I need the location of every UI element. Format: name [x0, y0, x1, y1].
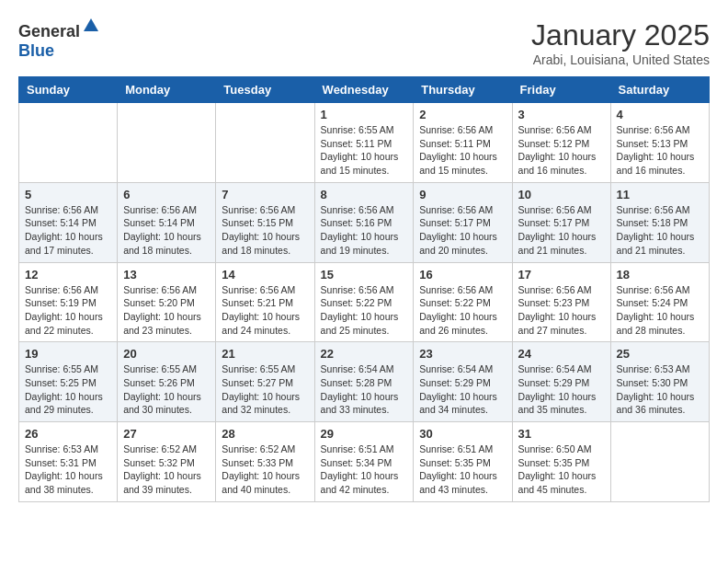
- day-number: 14: [222, 268, 308, 282]
- calendar-cell: 20Sunrise: 6:55 AMSunset: 5:26 PMDayligh…: [118, 342, 216, 422]
- logo: General Blue: [18, 18, 102, 61]
- day-info: Sunrise: 6:56 AMSunset: 5:23 PMDaylight:…: [518, 283, 605, 338]
- day-info: Sunrise: 6:55 AMSunset: 5:11 PMDaylight:…: [321, 123, 408, 178]
- calendar-cell: 23Sunrise: 6:54 AMSunset: 5:29 PMDayligh…: [414, 342, 512, 422]
- day-info: Sunrise: 6:56 AMSunset: 5:15 PMDaylight:…: [222, 203, 308, 258]
- day-info: Sunrise: 6:52 AMSunset: 5:33 PMDaylight:…: [222, 442, 308, 497]
- calendar-header-sunday: Sunday: [19, 77, 118, 103]
- calendar-cell: 12Sunrise: 6:56 AMSunset: 5:19 PMDayligh…: [19, 262, 118, 342]
- logo-icon: [82, 17, 100, 35]
- day-info: Sunrise: 6:56 AMSunset: 5:22 PMDaylight:…: [419, 283, 506, 338]
- day-info: Sunrise: 6:56 AMSunset: 5:14 PMDaylight:…: [25, 203, 111, 258]
- calendar-cell: [216, 103, 314, 183]
- calendar-cell: 26Sunrise: 6:53 AMSunset: 5:31 PMDayligh…: [19, 422, 118, 502]
- calendar-cell: 15Sunrise: 6:56 AMSunset: 5:22 PMDayligh…: [314, 262, 414, 342]
- calendar-cell: 28Sunrise: 6:52 AMSunset: 5:33 PMDayligh…: [216, 422, 314, 502]
- calendar-cell: 5Sunrise: 6:56 AMSunset: 5:14 PMDaylight…: [19, 182, 118, 262]
- calendar-cell: 30Sunrise: 6:51 AMSunset: 5:35 PMDayligh…: [414, 422, 512, 502]
- calendar-cell: 16Sunrise: 6:56 AMSunset: 5:22 PMDayligh…: [414, 262, 512, 342]
- day-info: Sunrise: 6:56 AMSunset: 5:18 PMDaylight:…: [617, 203, 703, 258]
- day-number: 23: [419, 347, 506, 361]
- day-number: 17: [518, 268, 605, 282]
- calendar-cell: 9Sunrise: 6:56 AMSunset: 5:17 PMDaylight…: [414, 182, 512, 262]
- calendar-cell: 27Sunrise: 6:52 AMSunset: 5:32 PMDayligh…: [118, 422, 216, 502]
- calendar-cell: 29Sunrise: 6:51 AMSunset: 5:34 PMDayligh…: [314, 422, 414, 502]
- day-number: 21: [222, 347, 308, 361]
- day-info: Sunrise: 6:56 AMSunset: 5:16 PMDaylight:…: [321, 203, 408, 258]
- calendar-cell: 31Sunrise: 6:50 AMSunset: 5:35 PMDayligh…: [512, 422, 610, 502]
- day-info: Sunrise: 6:56 AMSunset: 5:19 PMDaylight:…: [25, 283, 111, 338]
- day-number: 30: [419, 427, 506, 441]
- day-info: Sunrise: 6:56 AMSunset: 5:24 PMDaylight:…: [617, 283, 703, 338]
- calendar-cell: [19, 103, 118, 183]
- day-info: Sunrise: 6:54 AMSunset: 5:29 PMDaylight:…: [518, 362, 605, 417]
- week-row-4: 19Sunrise: 6:55 AMSunset: 5:25 PMDayligh…: [19, 342, 710, 422]
- day-number: 13: [123, 268, 210, 282]
- day-info: Sunrise: 6:55 AMSunset: 5:25 PMDaylight:…: [25, 362, 111, 417]
- calendar-header-monday: Monday: [118, 77, 216, 103]
- calendar-cell: 21Sunrise: 6:55 AMSunset: 5:27 PMDayligh…: [216, 342, 314, 422]
- day-info: Sunrise: 6:53 AMSunset: 5:30 PMDaylight:…: [617, 362, 703, 417]
- day-info: Sunrise: 6:53 AMSunset: 5:31 PMDaylight:…: [25, 442, 111, 497]
- day-number: 16: [419, 268, 506, 282]
- day-number: 6: [123, 188, 210, 201]
- day-info: Sunrise: 6:55 AMSunset: 5:27 PMDaylight:…: [222, 362, 308, 417]
- day-info: Sunrise: 6:56 AMSunset: 5:13 PMDaylight:…: [617, 123, 703, 178]
- calendar-header-wednesday: Wednesday: [314, 77, 414, 103]
- title-section: January 2025 Arabi, Louisiana, United St…: [531, 18, 710, 67]
- day-number: 20: [123, 347, 210, 361]
- day-number: 2: [419, 108, 506, 121]
- day-info: Sunrise: 6:55 AMSunset: 5:26 PMDaylight:…: [123, 362, 210, 417]
- day-number: 5: [25, 188, 111, 201]
- svg-marker-0: [84, 18, 98, 31]
- calendar-cell: 19Sunrise: 6:55 AMSunset: 5:25 PMDayligh…: [19, 342, 118, 422]
- day-number: 22: [321, 347, 408, 361]
- day-info: Sunrise: 6:56 AMSunset: 5:14 PMDaylight:…: [123, 203, 210, 258]
- page-header: General Blue January 2025 Arabi, Louisia…: [18, 18, 710, 67]
- calendar-cell: [118, 103, 216, 183]
- calendar-cell: 18Sunrise: 6:56 AMSunset: 5:24 PMDayligh…: [610, 262, 709, 342]
- day-number: 9: [419, 188, 506, 201]
- day-number: 15: [321, 268, 408, 282]
- logo-text: General Blue: [18, 18, 102, 61]
- day-info: Sunrise: 6:56 AMSunset: 5:20 PMDaylight:…: [123, 283, 210, 338]
- day-number: 4: [617, 108, 703, 121]
- day-number: 29: [321, 427, 408, 441]
- calendar-cell: 4Sunrise: 6:56 AMSunset: 5:13 PMDaylight…: [610, 103, 709, 183]
- day-info: Sunrise: 6:50 AMSunset: 5:35 PMDaylight:…: [518, 442, 605, 497]
- month-title: January 2025: [531, 18, 710, 52]
- calendar-cell: 6Sunrise: 6:56 AMSunset: 5:14 PMDaylight…: [118, 182, 216, 262]
- week-row-1: 1Sunrise: 6:55 AMSunset: 5:11 PMDaylight…: [19, 103, 710, 183]
- calendar-cell: 14Sunrise: 6:56 AMSunset: 5:21 PMDayligh…: [216, 262, 314, 342]
- calendar-cell: 8Sunrise: 6:56 AMSunset: 5:16 PMDaylight…: [314, 182, 414, 262]
- day-number: 31: [518, 427, 605, 441]
- week-row-2: 5Sunrise: 6:56 AMSunset: 5:14 PMDaylight…: [19, 182, 710, 262]
- day-info: Sunrise: 6:56 AMSunset: 5:11 PMDaylight:…: [419, 123, 506, 178]
- calendar-cell: 13Sunrise: 6:56 AMSunset: 5:20 PMDayligh…: [118, 262, 216, 342]
- day-info: Sunrise: 6:56 AMSunset: 5:12 PMDaylight:…: [518, 123, 605, 178]
- calendar-header-row: SundayMondayTuesdayWednesdayThursdayFrid…: [19, 77, 710, 103]
- calendar-table: SundayMondayTuesdayWednesdayThursdayFrid…: [18, 76, 710, 502]
- day-number: 19: [25, 347, 111, 361]
- day-number: 10: [518, 188, 605, 201]
- calendar-header-thursday: Thursday: [414, 77, 512, 103]
- day-number: 7: [222, 188, 308, 201]
- calendar-cell: 17Sunrise: 6:56 AMSunset: 5:23 PMDayligh…: [512, 262, 610, 342]
- day-info: Sunrise: 6:56 AMSunset: 5:17 PMDaylight:…: [518, 203, 605, 258]
- day-number: 12: [25, 268, 111, 282]
- week-row-5: 26Sunrise: 6:53 AMSunset: 5:31 PMDayligh…: [19, 422, 710, 502]
- location-title: Arabi, Louisiana, United States: [531, 52, 710, 67]
- day-number: 28: [222, 427, 308, 441]
- calendar-cell: 25Sunrise: 6:53 AMSunset: 5:30 PMDayligh…: [610, 342, 709, 422]
- calendar-cell: 2Sunrise: 6:56 AMSunset: 5:11 PMDaylight…: [414, 103, 512, 183]
- calendar-cell: 24Sunrise: 6:54 AMSunset: 5:29 PMDayligh…: [512, 342, 610, 422]
- day-info: Sunrise: 6:54 AMSunset: 5:29 PMDaylight:…: [419, 362, 506, 417]
- calendar-header-tuesday: Tuesday: [216, 77, 314, 103]
- day-number: 1: [321, 108, 408, 121]
- day-number: 25: [617, 347, 703, 361]
- calendar-cell: 3Sunrise: 6:56 AMSunset: 5:12 PMDaylight…: [512, 103, 610, 183]
- day-number: 3: [518, 108, 605, 121]
- day-number: 27: [123, 427, 210, 441]
- calendar-header-friday: Friday: [512, 77, 610, 103]
- day-info: Sunrise: 6:51 AMSunset: 5:35 PMDaylight:…: [419, 442, 506, 497]
